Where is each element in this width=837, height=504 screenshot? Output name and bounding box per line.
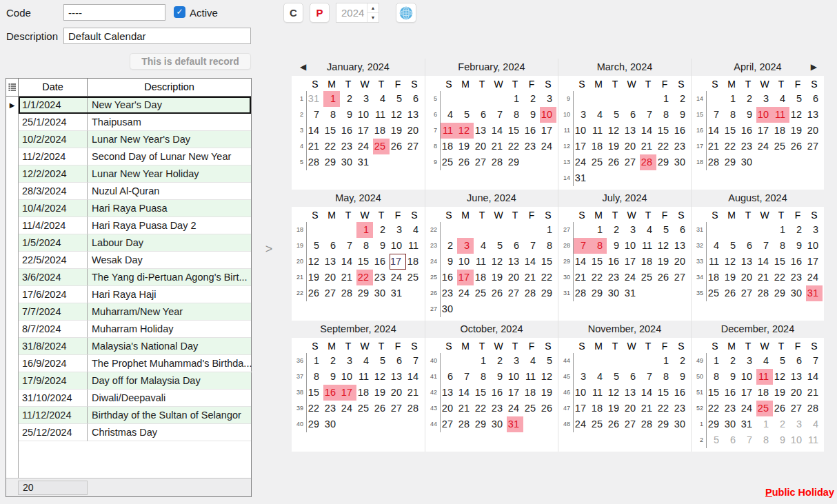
table-row[interactable]: 31/8/2024Malaysia's National Day bbox=[6, 338, 251, 355]
day-cell[interactable]: 10 bbox=[507, 369, 523, 385]
day-cell[interactable]: 12 bbox=[540, 369, 556, 385]
day-cell[interactable]: 15 bbox=[656, 123, 673, 139]
day-cell[interactable]: 5 bbox=[607, 369, 623, 385]
day-cell-adjacent-month[interactable]: 2 bbox=[773, 416, 789, 432]
day-cell[interactable]: 27 bbox=[789, 401, 806, 416]
date-cell[interactable]: 8/7/2024 bbox=[19, 321, 88, 338]
table-row[interactable]: 10/4/2024Hari Raya Puasa bbox=[6, 200, 251, 217]
day-cell[interactable]: 7 bbox=[523, 238, 540, 254]
day-cell[interactable]: 15 bbox=[773, 254, 789, 270]
day-cell[interactable]: 3 bbox=[574, 369, 590, 385]
day-cell[interactable]: 24 bbox=[457, 285, 474, 301]
day-cell[interactable]: 17 bbox=[623, 254, 640, 270]
day-cell[interactable]: 16 bbox=[607, 254, 623, 270]
day-cell[interactable]: 22 bbox=[656, 401, 673, 416]
description-cell[interactable]: Hari Raya Puasa Day 2 bbox=[88, 217, 251, 234]
day-cell[interactable]: 13 bbox=[789, 369, 806, 385]
day-cell[interactable]: 24 bbox=[356, 139, 373, 154]
day-cell[interactable]: 23 bbox=[441, 285, 457, 301]
day-cell[interactable]: 29 bbox=[656, 154, 673, 170]
description-cell[interactable]: Lunar New Year's Day bbox=[88, 131, 251, 148]
description-cell[interactable]: Muharram Holiday bbox=[88, 321, 251, 338]
day-cell[interactable]: 8 bbox=[656, 107, 673, 123]
day-cell[interactable]: 12 bbox=[656, 238, 673, 254]
day-cell[interactable]: 8 bbox=[773, 238, 789, 254]
day-cell[interactable]: 18 bbox=[640, 254, 656, 270]
table-row[interactable]: 22/5/2024Wesak Day bbox=[6, 252, 251, 269]
day-cell[interactable]: 24 bbox=[806, 270, 823, 285]
table-row[interactable]: 11/12/2024Birthday of the Sultan of Sela… bbox=[6, 407, 251, 424]
day-cell[interactable]: 3 bbox=[390, 222, 406, 238]
description-cell[interactable]: Wesak Day bbox=[88, 252, 251, 269]
table-row[interactable]: 11/4/2024Hari Raya Puasa Day 2 bbox=[6, 217, 251, 234]
day-cell[interactable]: 11 bbox=[356, 369, 373, 385]
day-cell[interactable]: 29 bbox=[507, 154, 523, 170]
day-cell-holiday[interactable]: 10 bbox=[756, 107, 773, 123]
column-header-date[interactable]: Date bbox=[19, 79, 88, 96]
day-cell[interactable]: 11 bbox=[523, 369, 540, 385]
description-cell[interactable]: Hari Raya Haji bbox=[88, 286, 251, 303]
day-cell[interactable]: 26 bbox=[307, 285, 323, 301]
day-cell-holiday[interactable]: 28 bbox=[640, 154, 656, 170]
day-cell[interactable]: 14 bbox=[406, 369, 423, 385]
day-cell[interactable]: 8 bbox=[540, 238, 556, 254]
day-cell[interactable]: 21 bbox=[756, 270, 773, 285]
date-cell[interactable]: 12/2/2024 bbox=[19, 165, 88, 183]
day-cell[interactable]: 5 bbox=[540, 353, 556, 369]
date-cell[interactable]: 1/5/2024 bbox=[19, 234, 88, 252]
row-selector[interactable] bbox=[6, 114, 19, 131]
description-cell[interactable]: Thaipusam bbox=[88, 114, 251, 131]
day-cell[interactable]: 30 bbox=[490, 416, 507, 432]
day-cell[interactable]: 16 bbox=[673, 385, 689, 401]
day-cell[interactable]: 18 bbox=[356, 385, 373, 401]
day-cell[interactable]: 29 bbox=[723, 154, 740, 170]
date-cell[interactable]: 31/8/2024 bbox=[19, 338, 88, 355]
day-cell-adjacent-month[interactable]: 8 bbox=[756, 432, 773, 448]
day-cell[interactable]: 7 bbox=[640, 107, 656, 123]
day-cell[interactable]: 30 bbox=[673, 416, 689, 432]
row-selector[interactable] bbox=[6, 217, 19, 234]
active-checkbox[interactable]: ✓ bbox=[174, 6, 185, 18]
day-cell[interactable]: 10 bbox=[340, 369, 356, 385]
day-cell[interactable]: 16 bbox=[373, 254, 390, 270]
day-cell[interactable]: 19 bbox=[457, 139, 474, 154]
day-cell[interactable]: 7 bbox=[756, 238, 773, 254]
day-cell[interactable]: 11 bbox=[640, 238, 656, 254]
day-cell[interactable]: 3 bbox=[806, 222, 823, 238]
day-cell[interactable]: 17 bbox=[756, 123, 773, 139]
day-cell[interactable]: 30 bbox=[740, 154, 756, 170]
day-cell[interactable]: 7 bbox=[806, 353, 823, 369]
date-cell[interactable]: 10/2/2024 bbox=[19, 131, 88, 148]
day-cell[interactable]: 4 bbox=[406, 222, 423, 238]
day-cell[interactable]: 23 bbox=[607, 270, 623, 285]
day-cell-adjacent-month[interactable]: 9 bbox=[773, 432, 789, 448]
day-cell[interactable]: 21 bbox=[523, 270, 540, 285]
day-cell[interactable]: 13 bbox=[474, 123, 490, 139]
day-cell[interactable]: 8 bbox=[723, 107, 740, 123]
day-cell[interactable]: 8 bbox=[307, 369, 323, 385]
day-cell[interactable]: 15 bbox=[656, 385, 673, 401]
day-cell[interactable]: 13 bbox=[406, 107, 423, 123]
row-selector[interactable] bbox=[6, 131, 19, 148]
day-cell[interactable]: 7 bbox=[640, 369, 656, 385]
day-cell[interactable]: 31 bbox=[390, 285, 406, 301]
day-cell[interactable]: 10 bbox=[740, 369, 756, 385]
day-cell[interactable]: 23 bbox=[523, 139, 540, 154]
day-cell[interactable]: 8 bbox=[707, 369, 723, 385]
day-cell[interactable]: 2 bbox=[490, 353, 507, 369]
day-cell-adjacent-month[interactable]: 10 bbox=[789, 432, 806, 448]
day-cell[interactable]: 13 bbox=[623, 385, 640, 401]
day-cell[interactable]: 3 bbox=[740, 353, 756, 369]
day-cell[interactable]: 2 bbox=[340, 91, 356, 107]
day-cell[interactable]: 11 bbox=[406, 238, 423, 254]
day-cell[interactable]: 7 bbox=[307, 107, 323, 123]
row-selector[interactable] bbox=[6, 303, 19, 321]
day-cell[interactable]: 23 bbox=[673, 401, 689, 416]
day-cell[interactable]: 12 bbox=[607, 385, 623, 401]
day-cell[interactable]: 14 bbox=[490, 123, 507, 139]
day-cell[interactable]: 28 bbox=[640, 416, 656, 432]
day-cell[interactable]: 29 bbox=[540, 285, 556, 301]
day-cell-holiday[interactable]: 11 bbox=[773, 107, 789, 123]
day-cell-holiday[interactable]: 12 bbox=[457, 123, 474, 139]
description-cell[interactable]: The Yang di-Pertuan Agong's Birt... bbox=[88, 269, 251, 286]
